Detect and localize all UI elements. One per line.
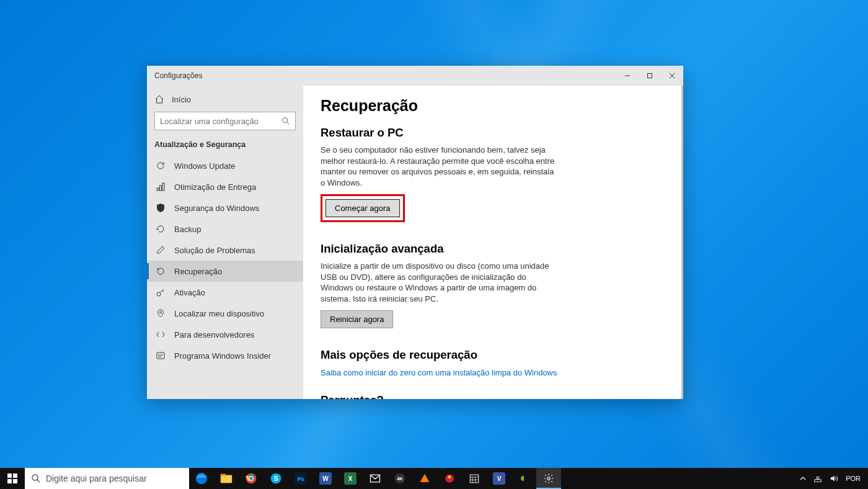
highlight-annotation: Começar agora xyxy=(321,194,405,222)
taskbar-app-nvidia[interactable] xyxy=(512,468,536,489)
page-title: Recuperação xyxy=(321,97,666,115)
home-icon xyxy=(154,94,164,104)
taskbar-pinned-apps: S Ps W X 4K V xyxy=(189,468,561,489)
svg-text:4K: 4K xyxy=(397,476,403,482)
search-input[interactable] xyxy=(160,117,281,126)
sidebar-item-label: Backup xyxy=(174,225,201,234)
svg-marker-35 xyxy=(420,474,430,483)
shield-icon xyxy=(156,203,166,213)
recovery-icon xyxy=(156,266,166,276)
svg-rect-32 xyxy=(371,475,380,482)
sidebar-item-label: Windows Update xyxy=(174,161,235,171)
search-icon xyxy=(31,473,41,483)
taskbar-app-mail[interactable] xyxy=(363,468,388,489)
taskbar-app-skype[interactable]: S xyxy=(264,468,288,489)
sidebar-item-activation[interactable]: Ativação xyxy=(147,282,303,303)
sync-icon xyxy=(156,161,166,171)
svg-line-5 xyxy=(287,122,290,125)
tray-language[interactable]: POR xyxy=(842,468,864,489)
sidebar-item-windows-update[interactable]: Windows Update xyxy=(147,155,303,176)
taskbar-app-word[interactable]: W xyxy=(313,468,338,489)
sidebar-item-troubleshoot[interactable]: Solução de Problemas xyxy=(147,240,303,261)
svg-point-4 xyxy=(283,118,288,123)
close-button[interactable] xyxy=(661,66,683,86)
svg-rect-11 xyxy=(157,352,164,359)
tray-network-icon[interactable] xyxy=(810,468,826,489)
svg-rect-15 xyxy=(13,479,17,483)
system-tray: POR xyxy=(796,468,868,489)
sidebar-item-label: Solução de Problemas xyxy=(174,246,255,255)
svg-text:S: S xyxy=(273,475,278,482)
wrench-icon xyxy=(156,245,166,255)
start-button[interactable] xyxy=(0,468,25,489)
sidebar-item-windows-security[interactable]: Segurança do Windows xyxy=(147,197,303,218)
more-recovery-heading: Mais opções de recuperação xyxy=(321,348,666,362)
search-icon xyxy=(281,117,290,125)
sidebar-item-for-developers[interactable]: Para desenvolvedores xyxy=(147,324,303,345)
sidebar-item-label: Programa Windows Insider xyxy=(174,351,271,361)
settings-sidebar: Início Atualização e Segurança Windows U… xyxy=(147,86,303,399)
sidebar-item-windows-insider[interactable]: Programa Windows Insider xyxy=(147,345,303,366)
taskbar-app-file-explorer[interactable] xyxy=(214,468,239,489)
svg-rect-47 xyxy=(815,480,822,482)
svg-point-37 xyxy=(448,476,451,479)
developer-icon xyxy=(156,330,166,339)
sidebar-item-backup[interactable]: Backup xyxy=(147,218,303,240)
svg-point-46 xyxy=(547,477,551,480)
svg-rect-19 xyxy=(221,475,232,483)
svg-text:W: W xyxy=(322,475,329,482)
backup-icon xyxy=(156,224,166,234)
advanced-startup-heading: Inicialização avançada xyxy=(321,242,666,256)
taskbar-app-excel[interactable]: X xyxy=(338,468,363,489)
sidebar-item-delivery-optimization[interactable]: Otimização de Entrega xyxy=(147,176,303,197)
taskbar-app-generic-red[interactable] xyxy=(437,468,462,489)
sidebar-item-label: Para desenvolvedores xyxy=(174,330,254,339)
svg-point-10 xyxy=(160,312,162,313)
taskbar-search-placeholder: Digite aqui para pesquisar xyxy=(46,473,147,483)
taskbar-app-photoshop[interactable]: Ps xyxy=(288,468,313,489)
taskbar-app-edge[interactable] xyxy=(189,468,214,489)
sidebar-item-label: Localizar meu dispositivo xyxy=(174,309,264,318)
reset-pc-get-started-button[interactable]: Começar agora xyxy=(326,199,400,217)
taskbar-app-visio[interactable]: V xyxy=(487,468,512,489)
sidebar-item-label: Segurança do Windows xyxy=(174,204,259,213)
taskbar-app-4k[interactable]: 4K xyxy=(388,468,412,489)
sidebar-home-button[interactable]: Início xyxy=(147,88,303,110)
scrollbar[interactable] xyxy=(681,86,683,399)
settings-window: Configurações Início Atual xyxy=(147,66,683,399)
svg-rect-1 xyxy=(648,74,652,78)
taskbar-app-calendar[interactable] xyxy=(462,468,487,489)
sidebar-item-label: Recuperação xyxy=(174,267,222,276)
svg-point-16 xyxy=(32,475,38,480)
restart-now-button[interactable]: Reiniciar agora xyxy=(321,310,393,328)
tray-volume-icon[interactable] xyxy=(826,468,842,489)
sidebar-category: Atualização e Segurança xyxy=(147,134,303,155)
taskbar-app-chrome[interactable] xyxy=(239,468,264,489)
sidebar-item-find-my-device[interactable]: Localizar meu dispositivo xyxy=(147,303,303,324)
tray-chevron-up-icon[interactable] xyxy=(796,468,810,489)
svg-text:V: V xyxy=(497,475,502,482)
taskbar-app-generic-orange[interactable] xyxy=(412,468,437,489)
titlebar[interactable]: Configurações xyxy=(147,66,683,86)
taskbar: Digite aqui para pesquisar S Ps W X 4K V… xyxy=(0,468,868,489)
sidebar-item-label: Ativação xyxy=(174,288,205,297)
sidebar-home-label: Início xyxy=(172,95,191,104)
svg-rect-8 xyxy=(162,183,164,191)
minimize-button[interactable] xyxy=(616,66,639,86)
key-icon xyxy=(156,287,166,297)
sidebar-item-recovery[interactable]: Recuperação xyxy=(147,261,303,282)
svg-point-9 xyxy=(157,292,161,296)
svg-text:Ps: Ps xyxy=(297,476,304,482)
svg-line-17 xyxy=(37,480,40,482)
fresh-start-link[interactable]: Saiba como iniciar do zero com uma insta… xyxy=(321,368,557,377)
reset-pc-description: Se o seu computador não estiver funciona… xyxy=(321,145,556,188)
svg-point-18 xyxy=(196,473,207,484)
taskbar-search[interactable]: Digite aqui para pesquisar xyxy=(25,468,189,489)
svg-rect-7 xyxy=(160,186,162,191)
svg-rect-12 xyxy=(7,473,12,478)
reset-pc-heading: Restaurar o PC xyxy=(321,126,666,140)
sidebar-search[interactable] xyxy=(154,112,296,130)
optimization-icon xyxy=(156,182,166,192)
maximize-button[interactable] xyxy=(639,66,661,86)
taskbar-app-settings[interactable] xyxy=(536,468,561,489)
